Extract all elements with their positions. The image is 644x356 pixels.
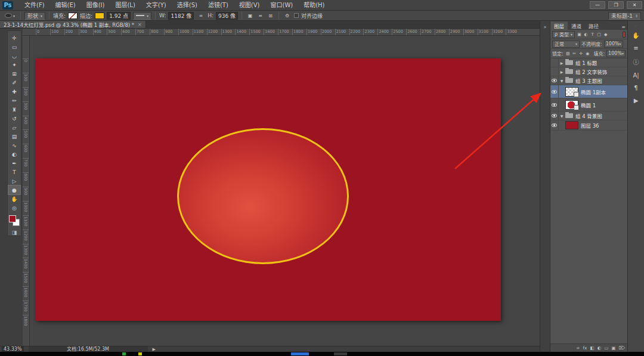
layer-thumbnail[interactable] [565,87,578,97]
tool-button[interactable]: ● [8,185,20,194]
filter-icon[interactable]: ▢ [596,32,602,37]
layer-name[interactable]: 组 2 文字装饰 [575,68,607,75]
tool-button[interactable]: ✐ [8,78,20,87]
tool-button[interactable]: ∿ [8,141,20,150]
gear-icon[interactable]: ⚙ [283,12,292,20]
layer-row[interactable]: ▶ 组 2 文字装饰 [550,67,627,76]
foreground-color-swatch[interactable] [9,215,16,222]
path-op-button[interactable]: ▣ [246,12,255,20]
fill-swatch[interactable] [68,13,78,19]
path-op-button[interactable]: ≡ [256,12,265,20]
layer-thumbnail[interactable] [565,69,573,74]
layer-row[interactable]: ▼ 组 3 主题图 [550,76,627,85]
filter-icon[interactable]: ▣ [577,32,582,37]
footer-icon[interactable]: fx [583,345,587,351]
tool-button[interactable]: ▤ [8,132,20,141]
layer-row[interactable]: 图层 36 [550,120,627,131]
tool-button[interactable]: ⊞ [8,69,20,78]
lock-icon[interactable]: ✏ [572,51,577,56]
menu-item[interactable]: 窗口(W) [265,0,298,10]
visibility-toggle[interactable] [550,58,559,67]
visibility-toggle[interactable] [550,120,559,130]
blend-mode-select[interactable]: 正常 ▾ [552,41,580,48]
path-op-button[interactable]: ⊞ [266,12,275,20]
lock-icon[interactable]: ▨ [565,51,571,56]
lock-icon[interactable]: ◉ [585,51,590,56]
layer-thumbnail[interactable] [565,78,573,83]
menu-item[interactable]: 图像(I) [81,0,110,10]
menu-item[interactable]: 滤镜(T) [203,0,234,10]
tool-button[interactable]: ▷ [8,177,20,185]
ellipse-shape[interactable] [177,128,349,264]
tool-button[interactable]: ✦ [8,60,20,69]
window-control-button[interactable]: ✕ [627,1,642,9]
layer-thumbnail[interactable] [565,121,578,129]
tool-mode-select[interactable]: 形状 ▾ [24,12,45,20]
menu-item[interactable]: 图层(L) [110,0,140,10]
layer-thumbnail[interactable] [565,113,573,118]
status-expand-icon[interactable]: ▶ [153,347,156,352]
panel-tab[interactable]: 通道 [568,21,585,30]
tool-button[interactable]: T [8,168,20,177]
stroke-style-select[interactable]: ▾ [133,12,151,20]
stroke-swatch[interactable] [95,13,104,19]
lock-icon[interactable]: ✛ [578,51,584,56]
menu-item[interactable]: 文字(Y) [141,0,172,10]
dock-panel-icon[interactable]: ≡ [633,45,638,51]
tool-button[interactable]: ↺ [8,114,20,123]
visibility-toggle[interactable] [550,67,559,76]
layer-name[interactable]: 椭圆 1 [581,101,596,109]
tool-button[interactable]: ▱ [8,123,20,132]
menu-item[interactable]: 文件(F) [19,0,50,10]
tool-button[interactable]: ◡ [8,51,20,60]
dock-panel-icon[interactable]: ⓘ [633,57,639,66]
footer-icon[interactable]: ◐ [597,345,602,351]
tool-button[interactable]: ◐ [8,150,20,159]
tool-button[interactable]: ✋ [8,194,20,203]
menu-item[interactable]: 帮助(H) [298,0,330,10]
workspace-select[interactable]: 未标题-1 ⇕ [608,12,641,20]
layer-row[interactable]: 椭圆 1副本 [550,85,627,98]
document-canvas[interactable] [36,58,501,321]
stroke-width-input[interactable]: 1.92 点 [107,12,131,20]
close-icon[interactable]: × [138,22,142,27]
visibility-toggle[interactable] [550,85,559,98]
link-dimensions-icon[interactable]: ∞ [196,12,205,20]
align-edges-checkbox[interactable] [294,13,299,18]
document-tab[interactable]: 23-1-14大红灯笼.psd @ 43.3% (椭圆 1 副本, RGB/8)… [0,21,146,28]
layer-name[interactable]: 组 1 标题 [575,59,597,66]
fill-amount-input[interactable]: 100% ▾ [606,50,626,57]
dock-panel-icon[interactable]: ¶ [634,85,637,91]
filter-icon[interactable]: ◐ [583,32,589,37]
canvas-viewport[interactable] [30,36,540,346]
footer-icon[interactable]: ◧ [590,345,595,351]
tool-button[interactable]: ▭ [8,42,20,51]
layer-row[interactable]: ▶ 组 1 标题 [550,58,627,67]
menu-item[interactable]: 选择(S) [172,0,203,10]
zoom-level-input[interactable]: 43.33% [2,346,24,352]
visibility-toggle[interactable] [550,112,559,120]
window-control-button[interactable]: ❐ [608,1,624,9]
opacity-input[interactable]: 100% ▾ [604,41,623,48]
tool-button[interactable]: ✚ [8,87,20,96]
panel-tab[interactable]: 路径 [585,21,602,30]
filter-icon[interactable]: ◆ [603,32,608,37]
tool-button[interactable]: ✏ [8,96,20,105]
window-control-button[interactable]: — [590,1,605,9]
footer-icon[interactable]: ∞ [576,345,580,351]
shape-height-input[interactable]: 936 像 [216,12,238,20]
layer-row[interactable]: ▼ 组 4 背景图 [550,112,627,120]
layer-thumbnail[interactable] [565,60,573,65]
menu-item[interactable]: 编辑(E) [50,0,81,10]
footer-icon[interactable]: ⌦ [618,345,625,351]
layer-name[interactable]: 椭圆 1副本 [581,88,606,95]
layer-name[interactable]: 组 4 背景图 [575,112,602,119]
expand-collapse-icon[interactable]: ▶ [559,70,565,74]
dock-panel-icon[interactable]: A| [633,72,639,79]
layer-row[interactable]: 椭圆 1 [550,98,627,112]
filter-kind-select[interactable]: ρ 类型 ▾ [552,31,575,38]
visibility-toggle[interactable] [550,98,559,111]
panel-tab[interactable]: 图层 [550,21,568,30]
visibility-toggle[interactable] [550,76,559,85]
filter-icon[interactable]: T [590,32,595,37]
